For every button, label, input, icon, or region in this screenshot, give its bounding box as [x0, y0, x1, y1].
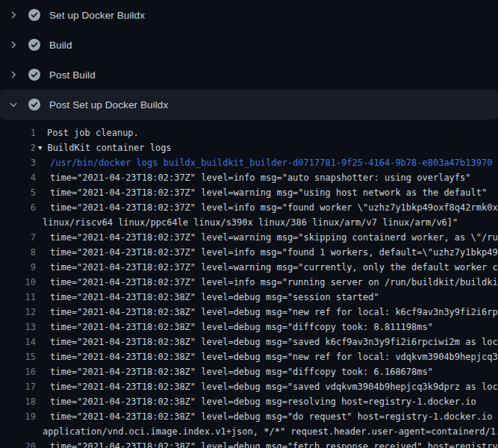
- log-line: 18 time="2021-04-23T18:02:38Z" level=deb…: [0, 394, 498, 409]
- step-label: Set up Docker Buildx: [49, 10, 145, 21]
- log-line-text: time="2021-04-23T18:02:38Z" level=debug …: [50, 394, 476, 409]
- chevron-right-icon: [7, 69, 19, 81]
- log-line: 12 time="2021-04-23T18:02:38Z" level=deb…: [0, 305, 498, 320]
- log-line-number[interactable]: 12: [0, 305, 36, 320]
- log-line: 6 time="2021-04-23T18:02:37Z" level=info…: [0, 200, 498, 215]
- log-line: 2 ▼BuildKit container logs: [0, 140, 498, 155]
- log-line-number[interactable]: 17: [0, 379, 36, 394]
- log-line-text: time="2021-04-23T18:02:38Z" level=debug …: [50, 290, 379, 305]
- log-line-number[interactable]: 8: [0, 245, 36, 260]
- log-line: 10 time="2021-04-23T18:02:37Z" level=inf…: [0, 275, 498, 290]
- step-header-post-build[interactable]: Post Build: [0, 60, 498, 90]
- log-line-continuation: linux/riscv64 linux/ppc64le linux/s390x …: [0, 215, 498, 230]
- log-line: 8 time="2021-04-23T18:02:37Z" level=info…: [0, 245, 498, 260]
- log-line-text: linux/riscv64 linux/ppc64le linux/s390x …: [43, 215, 458, 230]
- log-line-text: time="2021-04-23T18:02:37Z" level=info m…: [50, 245, 498, 260]
- chevron-right-icon: [7, 39, 19, 51]
- log-line-number[interactable]: 16: [0, 364, 36, 379]
- log-line-text: time="2021-04-23T18:02:37Z" level=info m…: [50, 200, 498, 215]
- log-line-number[interactable]: 6: [0, 200, 36, 215]
- step-header-set-up-docker-buildx[interactable]: Set up Docker Buildx: [0, 0, 498, 30]
- check-circle-icon: [28, 69, 40, 81]
- log-line-number[interactable]: 2: [0, 140, 36, 155]
- log-line-number[interactable]: 5: [0, 185, 36, 200]
- log-line: 15 time="2021-04-23T18:02:38Z" level=deb…: [0, 349, 498, 364]
- step-header-post-set-up-docker-buildx[interactable]: Post Set up Docker Buildx: [0, 90, 498, 119]
- log-line: 14 time="2021-04-23T18:02:38Z" level=deb…: [0, 335, 498, 349]
- log-line-text: time="2021-04-23T18:02:37Z" level=warnin…: [50, 230, 498, 245]
- log-line: 11 time="2021-04-23T18:02:38Z" level=deb…: [0, 290, 498, 305]
- log-line: 5 time="2021-04-23T18:02:37Z" level=warn…: [0, 185, 498, 200]
- log-line: 9 time="2021-04-23T18:02:37Z" level=warn…: [0, 260, 498, 275]
- log-group-title[interactable]: BuildKit container logs: [47, 143, 171, 153]
- workflow-steps-list: Set up Docker Buildx Build Post Build Po…: [0, 0, 498, 119]
- log-line-number[interactable]: 14: [0, 335, 36, 349]
- log-line: 17 time="2021-04-23T18:02:38Z" level=deb…: [0, 379, 498, 394]
- log-line-text: time="2021-04-23T18:02:38Z" level=debug …: [50, 364, 433, 379]
- log-line: 13 time="2021-04-23T18:02:38Z" level=deb…: [0, 320, 498, 335]
- log-line-text: time="2021-04-23T18:02:37Z" level=info m…: [50, 275, 498, 290]
- log-line-number[interactable]: 13: [0, 320, 36, 335]
- step-label: Post Build: [49, 69, 96, 81]
- log-line-text: time="2021-04-23T18:02:38Z" level=debug …: [50, 320, 433, 335]
- log-line: 1 Post job cleanup.: [0, 125, 498, 140]
- log-line-number[interactable]: 7: [0, 230, 36, 245]
- log-line-text: time="2021-04-23T18:02:38Z" level=debug …: [50, 379, 498, 394]
- log-line-text: time="2021-04-23T18:02:37Z" level=warnin…: [50, 185, 487, 200]
- log-line-number[interactable]: 1: [0, 125, 36, 140]
- step-header-build[interactable]: Build: [0, 30, 498, 60]
- log-line: 7 time="2021-04-23T18:02:37Z" level=warn…: [0, 230, 498, 245]
- log-command-text: /usr/bin/docker logs buildx_buildkit_bui…: [50, 155, 492, 170]
- log-line: 19 time="2021-04-23T18:02:38Z" level=deb…: [0, 409, 498, 424]
- step-log-output: 1 Post job cleanup. 2 ▼BuildKit containe…: [0, 119, 498, 448]
- log-group-header: ▼BuildKit container logs: [38, 140, 172, 155]
- check-circle-icon: [28, 9, 40, 21]
- log-line: 20 time="2021-04-23T18:02:38Z" level=deb…: [0, 439, 498, 448]
- log-line: 16 time="2021-04-23T18:02:38Z" level=deb…: [0, 364, 498, 379]
- log-line-number[interactable]: 9: [0, 260, 36, 275]
- log-line-number[interactable]: 18: [0, 394, 36, 409]
- log-line-text: time="2021-04-23T18:02:37Z" level=warnin…: [50, 260, 498, 275]
- check-circle-icon: [28, 99, 40, 111]
- step-label: Post Set up Docker Buildx: [49, 99, 168, 111]
- collapse-caret-icon[interactable]: ▼: [38, 144, 42, 152]
- log-line-text: time="2021-04-23T18:02:37Z" level=info m…: [50, 170, 471, 185]
- log-line-text: time="2021-04-23T18:02:38Z" level=debug …: [50, 349, 498, 364]
- log-line-number[interactable]: 10: [0, 275, 36, 290]
- log-line-number[interactable]: 15: [0, 349, 36, 364]
- log-line-text: time="2021-04-23T18:02:38Z" level=debug …: [50, 335, 498, 349]
- log-line: 4 time="2021-04-23T18:02:37Z" level=info…: [0, 170, 498, 185]
- check-circle-icon: [28, 39, 40, 51]
- log-line-number[interactable]: 4: [0, 170, 36, 185]
- log-line-continuation: application/vnd.oci.image.index.v1+json,…: [0, 424, 498, 439]
- log-line-number[interactable]: 20: [0, 439, 36, 448]
- log-line-number[interactable]: 3: [0, 155, 36, 170]
- log-line-number[interactable]: 11: [0, 290, 36, 305]
- log-line-number[interactable]: 19: [0, 409, 36, 424]
- log-line-text: time="2021-04-23T18:02:38Z" level=debug …: [50, 409, 498, 424]
- log-line-text: application/vnd.oci.image.index.v1+json,…: [43, 424, 498, 439]
- log-line-text: time="2021-04-23T18:02:38Z" level=debug …: [50, 439, 498, 448]
- step-label: Build: [49, 40, 72, 51]
- chevron-right-icon: [7, 9, 19, 21]
- chevron-down-icon: [7, 99, 19, 111]
- log-line-text: time="2021-04-23T18:02:38Z" level=debug …: [50, 305, 498, 320]
- log-line-text: Post job cleanup.: [47, 125, 139, 140]
- log-line: 3 /usr/bin/docker logs buildx_buildkit_b…: [0, 155, 498, 170]
